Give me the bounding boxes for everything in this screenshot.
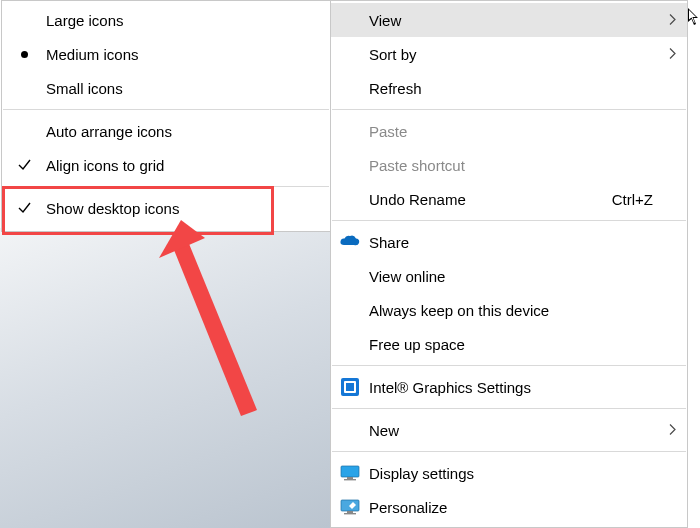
onedrive-share-icon xyxy=(331,235,369,249)
submenu-item-align-to-grid[interactable]: Align icons to grid xyxy=(2,148,330,182)
svg-rect-2 xyxy=(346,383,354,391)
menu-item-label: View online xyxy=(369,268,659,285)
display-settings-icon xyxy=(331,465,369,481)
menu-item-label: Share xyxy=(369,234,659,251)
menu-item-view-online[interactable]: View online xyxy=(331,259,687,293)
menu-item-label: Paste shortcut xyxy=(369,157,659,174)
menu-item-free-up-space[interactable]: Free up space xyxy=(331,327,687,361)
menu-item-label: Intel® Graphics Settings xyxy=(369,379,659,396)
submenu-item-medium-icons[interactable]: Medium icons xyxy=(2,37,330,71)
chevron-right-icon xyxy=(669,46,677,63)
menu-item-always-keep[interactable]: Always keep on this device xyxy=(331,293,687,327)
menu-item-label: View xyxy=(369,12,659,29)
menu-item-label: Sort by xyxy=(369,46,659,63)
check-icon xyxy=(2,201,46,215)
desktop-background xyxy=(0,228,330,528)
menu-item-share[interactable]: Share xyxy=(331,225,687,259)
menu-separator xyxy=(3,109,329,110)
desktop-context-menu: View Sort by Refresh Paste Paste shortcu… xyxy=(330,0,688,528)
mouse-cursor-icon xyxy=(688,8,700,26)
menu-separator xyxy=(332,109,686,110)
menu-item-label: New xyxy=(369,422,659,439)
menu-separator xyxy=(332,408,686,409)
menu-item-label: Show desktop icons xyxy=(46,200,302,217)
svg-rect-8 xyxy=(344,513,356,514)
chevron-right-icon xyxy=(669,12,677,29)
menu-item-view[interactable]: View xyxy=(331,3,687,37)
view-submenu: Large icons Medium icons Small icons Aut… xyxy=(1,0,331,232)
menu-item-label: Medium icons xyxy=(46,46,302,63)
menu-separator xyxy=(332,451,686,452)
menu-item-personalize[interactable]: Personalize xyxy=(331,490,687,524)
menu-item-label: Refresh xyxy=(369,80,659,97)
submenu-item-small-icons[interactable]: Small icons xyxy=(2,71,330,105)
intel-graphics-icon xyxy=(331,378,369,396)
menu-item-intel-graphics[interactable]: Intel® Graphics Settings xyxy=(331,370,687,404)
submenu-item-auto-arrange[interactable]: Auto arrange icons xyxy=(2,114,330,148)
menu-item-paste: Paste xyxy=(331,114,687,148)
menu-separator xyxy=(332,365,686,366)
menu-separator xyxy=(3,186,329,187)
menu-item-label: Small icons xyxy=(46,80,302,97)
menu-item-label: Undo Rename xyxy=(369,191,612,208)
menu-item-accelerator: Ctrl+Z xyxy=(612,191,659,208)
menu-item-label: Display settings xyxy=(369,465,659,482)
submenu-item-large-icons[interactable]: Large icons xyxy=(2,3,330,37)
menu-item-label: Paste xyxy=(369,123,659,140)
menu-item-paste-shortcut: Paste shortcut xyxy=(331,148,687,182)
menu-item-undo-rename[interactable]: Undo Rename Ctrl+Z xyxy=(331,182,687,216)
menu-item-label: Auto arrange icons xyxy=(46,123,302,140)
menu-item-label: Large icons xyxy=(46,12,302,29)
svg-rect-5 xyxy=(344,479,356,480)
menu-item-sort-by[interactable]: Sort by xyxy=(331,37,687,71)
personalize-icon xyxy=(331,499,369,515)
svg-rect-3 xyxy=(341,466,359,477)
menu-item-new[interactable]: New xyxy=(331,413,687,447)
svg-rect-4 xyxy=(347,477,353,479)
menu-separator xyxy=(332,220,686,221)
menu-item-refresh[interactable]: Refresh xyxy=(331,71,687,105)
menu-item-label: Free up space xyxy=(369,336,659,353)
menu-item-label: Always keep on this device xyxy=(369,302,659,319)
menu-item-label: Align icons to grid xyxy=(46,157,302,174)
svg-rect-7 xyxy=(347,511,353,513)
submenu-item-show-desktop-icons[interactable]: Show desktop icons xyxy=(2,191,330,225)
chevron-right-icon xyxy=(669,422,677,439)
menu-item-display-settings[interactable]: Display settings xyxy=(331,456,687,490)
check-icon xyxy=(2,158,46,172)
radio-selected-icon xyxy=(2,51,46,58)
menu-item-label: Personalize xyxy=(369,499,659,516)
